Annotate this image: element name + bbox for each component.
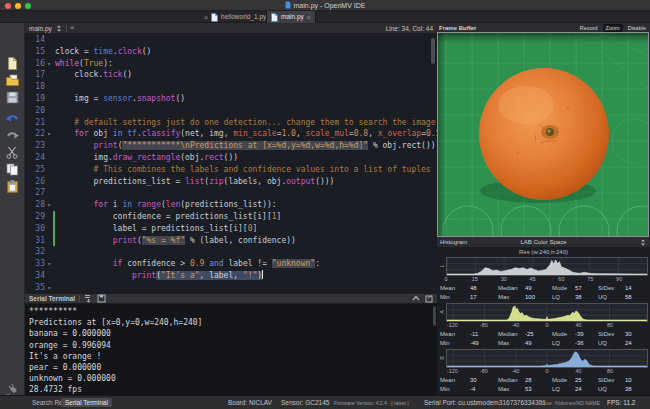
code-line[interactable]: 25 # This combines the labels and confid… (25, 164, 437, 176)
undo-button[interactable] (5, 111, 20, 126)
code-line[interactable]: 24 img.draw_rectangle(obj.rect()) (25, 152, 437, 164)
code-line[interactable]: 33▾ if confidence > 0.9 and label != "un… (25, 258, 437, 270)
gutter-space (45, 246, 53, 258)
stat-label: LQ (552, 386, 560, 392)
code-line[interactable]: 31 print("%s = %f" % (label, confidence)… (25, 235, 437, 247)
code-line[interactable]: 21 # default settings just do one detect… (25, 117, 437, 129)
stat-value: -36 (575, 340, 584, 346)
detach-terminal-icon[interactable] (425, 295, 433, 303)
terminal-line: ********** (29, 306, 437, 317)
document-selector[interactable]: main.py (29, 25, 52, 32)
fold-icon[interactable]: ▾ (45, 128, 53, 140)
code-line[interactable]: 27 (25, 187, 437, 199)
stat-label: Mean (440, 285, 455, 291)
collapse-terminal-icon[interactable] (412, 295, 420, 302)
code-line[interactable]: 16▾while(True): (25, 58, 437, 70)
updown-icon[interactable] (639, 238, 647, 247)
copy-button[interactable] (5, 162, 20, 177)
stat-label: Mode (552, 285, 567, 291)
serial-terminal-tab[interactable]: Serial Terminal (61, 398, 112, 407)
cursor-position: Line: 34, Col: 44 (386, 25, 433, 32)
code-line[interactable]: 17 clock.tick() (25, 69, 437, 81)
gutter-space (45, 117, 53, 129)
status-bar: Search Results Serial Terminal Board: NI… (0, 395, 650, 409)
stat-label: UQ (598, 340, 607, 346)
fold-icon[interactable]: ▾ (45, 282, 53, 293)
fold-icon[interactable]: ▾ (45, 58, 53, 70)
log-file-icon[interactable] (84, 294, 93, 303)
code-line[interactable]: 14 (25, 34, 437, 46)
new-file-button[interactable] (5, 56, 20, 71)
color-space-select[interactable]: LAB Color Space (437, 239, 650, 245)
record-button[interactable]: Record (578, 24, 600, 32)
code-line[interactable]: 20 (25, 105, 437, 117)
code-line[interactable]: 23 print("***********\nPredictions at [x… (25, 140, 437, 152)
cut-button[interactable] (5, 145, 20, 160)
code-line[interactable]: 35▾ (25, 282, 437, 293)
status-item: Serial Port: cu.usbmodem3167376334301 (424, 399, 546, 406)
tab-main[interactable]: main.py × (266, 11, 316, 23)
code-text: confidence = predictions_list[i][1] (55, 211, 437, 223)
stat-label: Mode (552, 377, 567, 383)
stat-value: 24 (625, 340, 632, 346)
code-line[interactable]: 28▾ for i in range(len(predictions_list)… (25, 199, 437, 211)
code-editor[interactable]: 1415clock = time.clock()16▾while(True):1… (25, 34, 437, 293)
redo-button[interactable] (5, 128, 20, 143)
stat-label: UQ (598, 294, 607, 300)
stat-value: -25 (525, 331, 534, 337)
editor-scrollbar[interactable] (431, 36, 435, 291)
code-text: img = sensor.snapshot() (55, 93, 437, 105)
code-text: for i in range(len(predictions_list)): (55, 199, 437, 211)
fold-icon[interactable]: ▾ (45, 258, 53, 270)
code-line[interactable]: 19 img = sensor.snapshot() (25, 93, 437, 105)
stat-value: 30 (470, 377, 477, 383)
disable-button[interactable]: Disable (626, 24, 648, 32)
frame-buffer-view[interactable] (437, 32, 649, 237)
updown-icon[interactable] (55, 24, 63, 33)
axis-tick-label: 0 (545, 368, 548, 374)
code-line[interactable]: 15clock = time.clock() (25, 46, 437, 58)
fold-icon[interactable]: ▾ (45, 199, 53, 211)
open-file-button[interactable] (5, 73, 20, 88)
frame-buffer-title: Frame Buffer (439, 25, 476, 31)
line-number: 17 (25, 69, 45, 81)
code-line[interactable]: 34 print("It's a", label, "!") (25, 270, 437, 282)
close-document-icon[interactable]: × (70, 24, 75, 32)
file-icon (211, 13, 218, 22)
gutter-space (45, 176, 53, 188)
terminal-line: banana = 0.000000 (29, 328, 437, 339)
scrollbar-thumb[interactable] (431, 38, 435, 64)
code-text: if confidence > 0.9 and label != "unknow… (55, 258, 437, 270)
axis-tick-label: 0 (545, 322, 548, 328)
zoom-button[interactable]: Zoom (603, 24, 623, 32)
code-line[interactable]: 29 confidence = predictions_list[i][1] (25, 211, 437, 223)
code-text (55, 34, 437, 46)
histogram-l-channel: L0153045607590Mean48Median49Mode57StDev1… (437, 257, 650, 303)
code-text (55, 187, 437, 199)
code-line[interactable]: 22▾ for obj in tf.classify(net, img, min… (25, 128, 437, 140)
code-line[interactable]: 26 predictions_list = list(zip(labels, o… (25, 176, 437, 188)
terminal-line: unknown = 0.000000 (29, 373, 437, 384)
terminal-scrollbar[interactable] (433, 306, 436, 326)
save-file-button[interactable] (5, 90, 20, 105)
stat-label: Min (440, 340, 450, 346)
line-number: 19 (25, 93, 45, 105)
close-tab-icon[interactable]: × (204, 14, 208, 21)
axis-tick-label: 90 (616, 276, 622, 282)
serial-terminal-output[interactable]: **********Predictions at [x=0,y=0,w=240,… (25, 304, 437, 395)
stat-value: 14 (625, 285, 632, 291)
code-line[interactable]: 18 (25, 81, 437, 93)
close-tab-icon[interactable]: × (307, 14, 311, 21)
gutter-space (45, 270, 53, 282)
tab-helloworld[interactable]: × helloworld_1.py (200, 11, 270, 23)
stat-label: StDev (598, 285, 614, 291)
status-item: FPS: 11.2 (607, 399, 635, 406)
terminal-line: Predictions at [x=0,y=0,w=240,h=240] (29, 317, 437, 328)
code-line[interactable]: 32 (25, 246, 437, 258)
line-number: 27 (25, 187, 45, 199)
paste-button[interactable] (5, 179, 20, 194)
code-line[interactable]: 30 label = predictions_list[i][0] (25, 223, 437, 235)
line-number: 18 (25, 81, 45, 93)
stat-value: 17 (470, 294, 477, 300)
save-log-icon[interactable] (97, 294, 106, 303)
